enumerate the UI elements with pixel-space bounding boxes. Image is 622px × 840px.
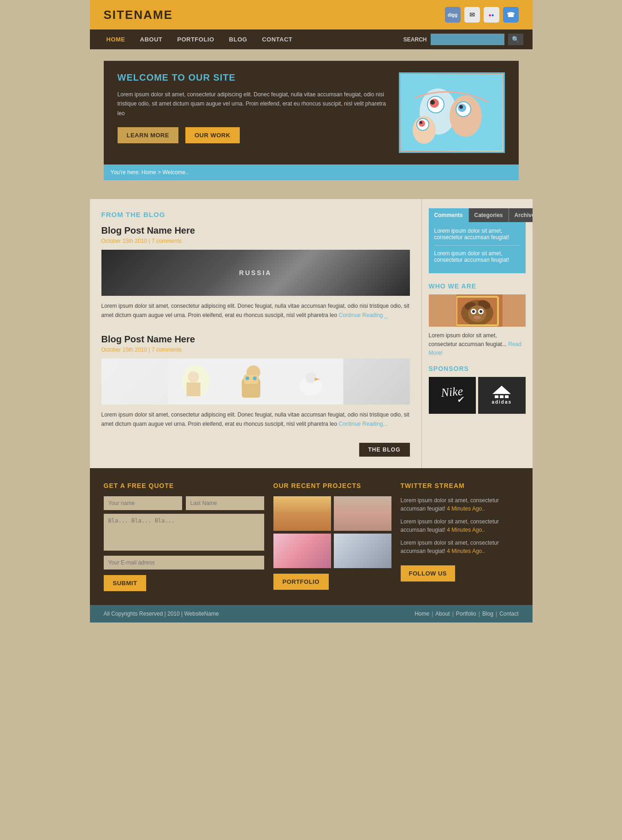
header: SITENAME digg ✉ ●● ☎ xyxy=(90,0,533,29)
twitter-time-1[interactable]: 4 Minutes Ago.. xyxy=(447,505,485,512)
search-button[interactable]: 🔍 xyxy=(508,34,523,45)
twitter-item-3: Lorem ipsum dolor sit amet, consectetur … xyxy=(401,539,519,555)
svg-point-8 xyxy=(459,105,463,109)
hero-content: WELCOME TO OUR SITE Lorem ipsum dolor si… xyxy=(118,72,390,153)
svg-point-34 xyxy=(480,310,482,313)
svg-rect-38 xyxy=(503,294,526,327)
tab-categories[interactable]: Categories xyxy=(469,208,509,222)
blog-post-2-meta: October 15th 2010 | 7 comments xyxy=(101,347,410,353)
sidebar: Comments Categories Archives Lorem ipsum… xyxy=(422,199,533,468)
twitter-time-2[interactable]: 4 Minutes Ago.. xyxy=(447,527,485,533)
project-thumb-2[interactable] xyxy=(334,496,391,531)
search-label: SEARCH xyxy=(403,36,427,43)
mail-icon[interactable]: ✉ xyxy=(464,7,480,23)
nav-home[interactable]: HOME xyxy=(99,29,133,49)
nav-blog[interactable]: BLOG xyxy=(222,29,255,49)
blog-post-2-text: Lorem ipsum dolor sit amet, consectetur … xyxy=(101,410,410,429)
blog-post-1-text: Lorem ipsum dolor sit amet, consectetur … xyxy=(101,301,410,320)
blog-post-1-meta: October 15th 2010 | 7 comments xyxy=(101,238,410,244)
sidebar-comment-1: Lorem ipsum dolor sit amet, consectetur … xyxy=(434,228,520,246)
footer-blog-link[interactable]: Blog xyxy=(482,611,493,617)
adidas-text: adidas xyxy=(492,399,512,405)
twitter-section: TWITTER STREAM Lorem ipsum dolor sit ame… xyxy=(401,482,519,591)
twitter-item-2: Lorem ipsum dolor sit amet, consectetur … xyxy=(401,517,519,534)
adidas-triangle-icon xyxy=(492,386,511,394)
quote-title: GET A FREE QUOTE xyxy=(104,482,264,489)
projects-title: OUR RECENT PROJECTS xyxy=(273,482,391,489)
projects-grid xyxy=(273,496,391,568)
nav-links: HOME ABOUT PORTFOLIO BLOG CONTACT xyxy=(99,29,300,49)
social-icons: digg ✉ ●● ☎ xyxy=(445,7,519,23)
the-blog-button[interactable]: THE BLOG xyxy=(359,443,410,457)
twitter-time-3[interactable]: 4 Minutes Ago.. xyxy=(447,548,485,554)
search-area: SEARCH 🔍 xyxy=(403,34,523,45)
svg-point-12 xyxy=(420,121,422,124)
footer-home-link[interactable]: Home xyxy=(415,611,429,617)
nav-portfolio[interactable]: PORTFOLIO xyxy=(170,29,221,49)
sidebar-comment-2: Lorem ipsum dolor sit amet, consectetur … xyxy=(434,250,520,268)
flickr-icon[interactable]: ●● xyxy=(484,7,499,23)
email-input[interactable] xyxy=(104,556,264,570)
svg-point-22 xyxy=(253,376,256,380)
adidas-brand: adidas xyxy=(492,386,512,405)
svg-point-24 xyxy=(305,372,316,383)
breadcrumb: You're here: Home > Welcome.. xyxy=(104,164,519,180)
sidebar-tab-content: Lorem ipsum dolor sit amet, consectetur … xyxy=(429,222,526,273)
blog-post-1-title: Blog Post Name Here xyxy=(101,225,410,236)
projects-section: OUR RECENT PROJECTS PORTFOLIO xyxy=(273,482,391,591)
tab-archives[interactable]: Archives xyxy=(509,208,533,222)
copyright-text: All Copyrights Reserved | 2010 | Website… xyxy=(104,611,219,617)
svg-point-30 xyxy=(468,305,486,322)
hero-image xyxy=(399,72,505,153)
sponsors-title: SPONSORS xyxy=(429,365,526,372)
message-textarea[interactable] xyxy=(104,514,264,551)
who-we-are-image xyxy=(429,294,526,327)
nav-about[interactable]: ABOUT xyxy=(133,29,170,49)
our-work-button[interactable]: OUR WORK xyxy=(185,127,240,143)
sidebar-tabs: Comments Categories Archives xyxy=(429,208,526,222)
who-we-are-text: Lorem ipsum dolor sit amet, consectetur … xyxy=(429,331,526,358)
blog-post-1: Blog Post Name Here October 15th 2010 | … xyxy=(101,225,410,320)
first-name-input[interactable] xyxy=(104,496,182,510)
blog-post-2-image xyxy=(101,358,410,405)
footer-contact-link[interactable]: Contact xyxy=(499,611,518,617)
follow-us-button[interactable]: FOLLOW US xyxy=(401,565,456,582)
tab-comments[interactable]: Comments xyxy=(429,208,469,222)
blog-section-title: FROM THE BLOG xyxy=(101,211,410,218)
blog-section: FROM THE BLOG Blog Post Name Here Octobe… xyxy=(90,199,422,468)
footer-links: Home | About | Portfolio | Blog | Contac… xyxy=(415,611,518,617)
svg-point-33 xyxy=(472,310,475,313)
breadcrumb-text: You're here: Home > Welcome.. xyxy=(111,169,189,176)
footer-top: GET A FREE QUOTE SUBMIT OUR RECENT PROJE… xyxy=(90,468,533,605)
skype-icon[interactable]: ☎ xyxy=(503,7,519,23)
digg-icon[interactable]: digg xyxy=(445,7,461,23)
learn-more-button[interactable]: LEARN MORE xyxy=(118,127,178,143)
nav-contact[interactable]: CONTACT xyxy=(255,29,300,49)
footer-about-link[interactable]: About xyxy=(435,611,450,617)
navigation: HOME ABOUT PORTFOLIO BLOG CONTACT SEARCH… xyxy=(90,29,533,49)
project-thumb-4[interactable] xyxy=(334,534,391,568)
blog-post-2: Blog Post Name Here October 15th 2010 | … xyxy=(101,334,410,429)
name-row xyxy=(104,496,264,510)
portfolio-button[interactable]: PORTFOLIO xyxy=(273,574,329,590)
hero-text: Lorem ipsum dolor sit amet, consectetur … xyxy=(118,90,390,118)
project-thumb-1[interactable] xyxy=(273,496,331,531)
site-name: SITENAME xyxy=(104,8,173,22)
sponsors-grid: Nike✔ adidas xyxy=(429,377,526,414)
who-we-are-title: WHO WE ARE xyxy=(429,282,526,290)
hero-title: WELCOME TO OUR SITE xyxy=(118,72,390,83)
adidas-logo: adidas xyxy=(478,377,526,414)
search-input[interactable] xyxy=(431,34,504,45)
svg-point-15 xyxy=(188,371,199,382)
submit-button[interactable]: SUBMIT xyxy=(104,575,147,591)
project-thumb-3[interactable] xyxy=(273,534,331,568)
continue-reading-1[interactable]: Continue Reading _ xyxy=(338,312,387,318)
continue-reading-2[interactable]: Continue Reading... xyxy=(338,421,387,427)
svg-point-21 xyxy=(245,376,249,380)
main-content: FROM THE BLOG Blog Post Name Here Octobe… xyxy=(90,199,533,468)
breadcrumb-arrow: ▲ xyxy=(164,179,519,188)
svg-point-35 xyxy=(474,316,481,319)
last-name-input[interactable] xyxy=(186,496,264,510)
footer-portfolio-link[interactable]: Portfolio xyxy=(456,611,476,617)
blog-post-2-title: Blog Post Name Here xyxy=(101,334,410,345)
